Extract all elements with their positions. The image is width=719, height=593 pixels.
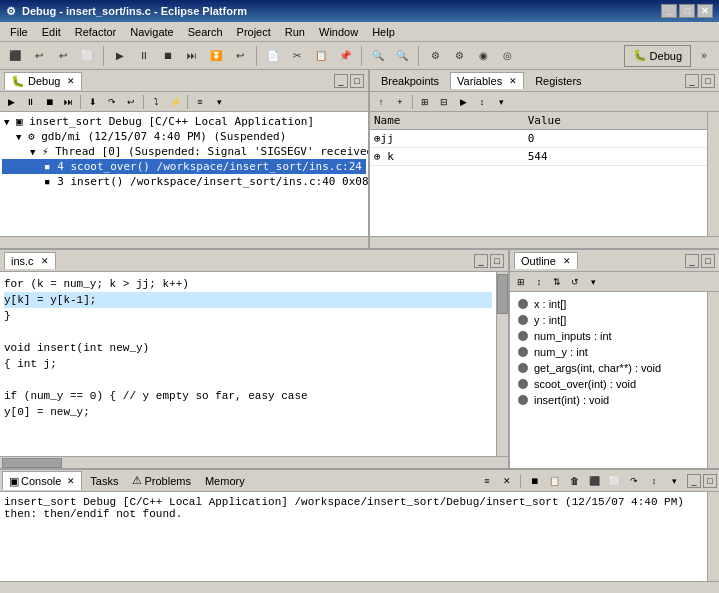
menu-search[interactable]: Search: [182, 24, 229, 40]
debug-maximize-btn[interactable]: □: [350, 74, 364, 88]
variables-tab[interactable]: Variables ✕: [450, 72, 524, 89]
console-tb-1[interactable]: ≡: [478, 473, 496, 489]
console-tb-6[interactable]: ⬛: [585, 473, 603, 489]
outline-item-5[interactable]: scoot_over(int) : void: [514, 376, 703, 392]
toolbar-btn-10[interactable]: 📄: [262, 45, 284, 67]
console-tb-8[interactable]: ↷: [625, 473, 643, 489]
code-vscroll[interactable]: [496, 272, 508, 456]
outline-tb-3[interactable]: ⇅: [548, 274, 566, 290]
console-hscroll[interactable]: [0, 581, 719, 593]
tree-item-4[interactable]: ▪ 3 insert() /workspace/insert_sort/ins.…: [2, 174, 366, 189]
vars-vscroll[interactable]: [707, 112, 719, 236]
console-tb-2[interactable]: ✕: [498, 473, 516, 489]
toolbar-resume-btn[interactable]: ▶: [109, 45, 131, 67]
console-tb-4[interactable]: 📋: [545, 473, 563, 489]
debug-tab[interactable]: 🐛 Debug ✕: [4, 72, 82, 90]
console-output[interactable]: insert_sort Debug [C/C++ Local Applicati…: [0, 492, 707, 581]
tasks-tab[interactable]: Tasks: [84, 471, 124, 490]
debug-tb-use-step-filters[interactable]: ⚡: [166, 94, 184, 110]
outline-item-3[interactable]: num_y : int: [514, 344, 703, 360]
console-tb-3[interactable]: ⏹: [525, 473, 543, 489]
var-row-1[interactable]: ⊕ k 544: [370, 148, 707, 166]
memory-tab[interactable]: Memory: [199, 471, 251, 490]
outline-tab-close[interactable]: ✕: [563, 256, 571, 266]
vars-tb-3[interactable]: ⊞: [416, 94, 434, 110]
toolbar-btn-2[interactable]: ↩: [28, 45, 50, 67]
outline-tb-1[interactable]: ⊞: [512, 274, 530, 290]
debug-hscroll[interactable]: [0, 236, 368, 248]
breakpoints-tab[interactable]: Breakpoints: [374, 72, 446, 90]
vars-tb-4[interactable]: ⊟: [435, 94, 453, 110]
code-hscroll[interactable]: [0, 456, 508, 468]
vars-hscroll[interactable]: [370, 236, 719, 248]
console-tb-5[interactable]: 🗑: [565, 473, 583, 489]
toolbar-btn-19[interactable]: ◎: [496, 45, 518, 67]
tree-item-2[interactable]: ▼ ⚡ Thread [0] (Suspended: Signal 'SIGSE…: [2, 144, 366, 159]
minimize-button[interactable]: _: [661, 4, 677, 18]
menu-window[interactable]: Window: [313, 24, 364, 40]
outline-tb-5[interactable]: ▾: [584, 274, 602, 290]
menu-file[interactable]: File: [4, 24, 34, 40]
toolbar-btn-4[interactable]: ⬜: [76, 45, 98, 67]
debug-tb-pause[interactable]: ⏸: [21, 94, 39, 110]
code-area[interactable]: for (k = num_y; k > jj; k++) y[k] = y[k-…: [0, 272, 496, 456]
vars-tb-6[interactable]: ↕: [473, 94, 491, 110]
outline-item-0[interactable]: x : int[]: [514, 296, 703, 312]
tree-item-1[interactable]: ▼ ⚙ gdb/mi (12/15/07 4:40 PM) (Suspended…: [2, 129, 366, 144]
outline-item-4[interactable]: get_args(int, char**) : void: [514, 360, 703, 376]
toolbar-btn-18[interactable]: ◉: [472, 45, 494, 67]
debug-tb-step-over[interactable]: ↷: [103, 94, 121, 110]
vars-tb-1[interactable]: ↑: [372, 94, 390, 110]
debug-button[interactable]: 🐛 Debug: [624, 45, 691, 67]
menu-refactor[interactable]: Refactor: [69, 24, 123, 40]
toolbar-btn-16[interactable]: ⚙: [424, 45, 446, 67]
registers-tab[interactable]: Registers: [528, 72, 588, 90]
debug-tb-view-menu[interactable]: ▾: [210, 94, 228, 110]
toolbar-btn-14[interactable]: 🔍: [367, 45, 389, 67]
outline-item-6[interactable]: insert(int) : void: [514, 392, 703, 408]
debug-tab-close[interactable]: ✕: [67, 76, 75, 86]
vars-maximize-btn[interactable]: □: [701, 74, 715, 88]
tree-item-3[interactable]: ▪ 4 scoot_over() /workspace/insert_sort/…: [2, 159, 366, 174]
outline-item-1[interactable]: y : int[]: [514, 312, 703, 328]
menu-run[interactable]: Run: [279, 24, 311, 40]
console-tb-7[interactable]: ⬜: [605, 473, 623, 489]
console-minimize-btn[interactable]: _: [687, 474, 701, 488]
toolbar-btn-9[interactable]: ↩: [229, 45, 251, 67]
toolbar-chevron[interactable]: »: [693, 45, 715, 67]
toolbar-btn-8[interactable]: ⏬: [205, 45, 227, 67]
toolbar-btn-12[interactable]: 📋: [310, 45, 332, 67]
close-button[interactable]: ✕: [697, 4, 713, 18]
code-vscroll-thumb[interactable]: [497, 274, 508, 314]
debug-tb-collapse[interactable]: ≡: [191, 94, 209, 110]
debug-minimize-btn[interactable]: _: [334, 74, 348, 88]
toolbar-btn-1[interactable]: ⬛: [4, 45, 26, 67]
debug-tb-stop[interactable]: ⏹: [40, 94, 58, 110]
vars-tab-close[interactable]: ✕: [509, 76, 517, 86]
menu-edit[interactable]: Edit: [36, 24, 67, 40]
console-tab[interactable]: ▣ Console ✕: [2, 471, 82, 490]
tree-item-0[interactable]: ▼ ▣ insert_sort Debug [C/C++ Local Appli…: [2, 114, 366, 129]
outline-vscroll[interactable]: [707, 292, 719, 468]
code-minimize-btn[interactable]: _: [474, 254, 488, 268]
menu-help[interactable]: Help: [366, 24, 401, 40]
debug-tb-disconnect[interactable]: ⏭: [59, 94, 77, 110]
code-tab[interactable]: ins.c ✕: [4, 252, 56, 269]
vars-minimize-btn[interactable]: _: [685, 74, 699, 88]
menu-project[interactable]: Project: [231, 24, 277, 40]
debug-tb-step-return[interactable]: ↩: [122, 94, 140, 110]
debug-tb-step-into[interactable]: ⬇: [84, 94, 102, 110]
vars-tb-5[interactable]: ▶: [454, 94, 472, 110]
problems-tab[interactable]: ⚠ Problems: [126, 471, 196, 490]
outline-tb-2[interactable]: ↕: [530, 274, 548, 290]
outline-tab[interactable]: Outline ✕: [514, 252, 578, 269]
console-vscroll[interactable]: [707, 492, 719, 581]
vars-tb-7[interactable]: ▾: [492, 94, 510, 110]
toolbar-btn-13[interactable]: 📌: [334, 45, 356, 67]
toolbar-btn-3[interactable]: ↩: [52, 45, 74, 67]
debug-tb-drop-to-frame[interactable]: ⤵: [147, 94, 165, 110]
code-hscroll-thumb[interactable]: [2, 458, 62, 468]
code-maximize-btn[interactable]: □: [490, 254, 504, 268]
toolbar-btn-5[interactable]: ⏸: [133, 45, 155, 67]
var-row-0[interactable]: ⊕jj 0: [370, 130, 707, 148]
